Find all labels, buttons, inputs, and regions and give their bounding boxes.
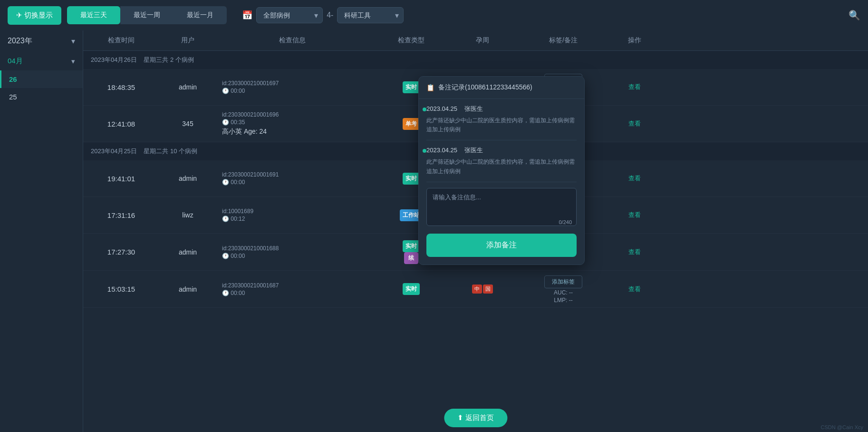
- toggle-display-button[interactable]: ✈ 切换显示: [8, 6, 61, 25]
- case-type-select-wrapper: 全部病例 实时 单考 工作站: [256, 7, 323, 23]
- popup-title: 📋 备注记录(10086112233445566): [419, 77, 584, 99]
- day-item-25[interactable]: 25: [0, 88, 83, 106]
- record-author: 张医生: [464, 105, 483, 112]
- info-clock: 🕐 00:35: [222, 119, 363, 126]
- popup-textarea-wrap: 0/240: [426, 188, 577, 228]
- popup-title-text: 备注记录(10086112233445566): [438, 83, 532, 92]
- search-icon[interactable]: 🔍: [849, 10, 860, 21]
- popup-record: 2023.04.25 张医生 此产筛还缺少中山二院的医生质控内容，需追加上传病例…: [426, 99, 577, 140]
- filter-group: 📅 全部病例 实时 单考 工作站 4- 科研工具 临床工具: [242, 7, 404, 23]
- view-button[interactable]: 查看: [628, 211, 641, 219]
- info-id: id:2303000210001687: [222, 282, 363, 289]
- day-label: 26: [9, 75, 17, 83]
- th-action: 操作: [616, 36, 654, 45]
- table-header: 检查时间 用户 检查信息 检查类型 孕周 标签/备注 操作: [83, 30, 868, 51]
- cell-action: 查看: [616, 79, 654, 95]
- view-button[interactable]: 查看: [628, 83, 641, 91]
- view-button[interactable]: 查看: [628, 285, 641, 294]
- type-badge: 实时: [403, 173, 420, 185]
- record-body: 此产筛还缺少中山二院的医生质控内容，需追加上传病例需追加上传病例: [426, 157, 577, 176]
- back-to-top-button[interactable]: ⬆ 返回首页: [444, 409, 507, 427]
- week-label: 星期三共 2 个病例: [144, 56, 193, 63]
- add-tag-button[interactable]: 添加标签: [544, 275, 582, 288]
- info-id: id:2303000210001688: [222, 245, 363, 252]
- case-type-select[interactable]: 全部病例 实时 单考 工作站: [256, 7, 323, 23]
- calendar-icon: 📅: [242, 10, 252, 20]
- record-date: 2023.04.25: [426, 105, 457, 112]
- day-label: 25: [9, 93, 17, 101]
- type-badge-realtime: 实时: [403, 240, 420, 252]
- month-selector[interactable]: 04月 ▾: [0, 52, 83, 70]
- tab-3days[interactable]: 最近三天: [67, 6, 120, 24]
- week-label: 星期二共 10 个病例: [144, 147, 197, 155]
- cell-user: admin: [159, 282, 216, 297]
- month-chevron-icon: ▾: [71, 57, 75, 66]
- lmp-info: LMP: --: [517, 297, 610, 304]
- cell-info: id:10001689 🕐 00:12: [216, 204, 368, 226]
- year-selector[interactable]: 2023年 ▾: [0, 30, 83, 52]
- day-item-26[interactable]: 26: [0, 70, 83, 88]
- tool-select-wrapper: 科研工具 临床工具: [337, 7, 404, 23]
- note-textarea[interactable]: [426, 188, 577, 226]
- popup-record: 2023.04.25 张医生 此产筛还缺少中山二院的医生质控内容，需追加上传病例…: [426, 140, 577, 182]
- cell-time: 17:31:16: [83, 207, 159, 223]
- cell-info: id:2303000210001696 🕐 00:35 高小英 Age: 24: [216, 108, 368, 140]
- th-tag: 标签/备注: [511, 36, 616, 45]
- view-button[interactable]: 查看: [628, 119, 641, 128]
- popup-add-note-button[interactable]: 添加备注: [426, 234, 577, 257]
- cell-info: id:2303000210001691 🕐 00:00: [216, 167, 368, 189]
- auc-info: AUC: --: [517, 289, 610, 296]
- month-label: 04月: [8, 57, 23, 66]
- date-section-apr26: 2023年04月26日 星期三共 2 个病例: [83, 51, 868, 69]
- cell-action: 查看: [616, 244, 654, 260]
- cell-action: 查看: [616, 116, 654, 132]
- tool-select[interactable]: 科研工具 临床工具: [337, 7, 404, 23]
- info-name: 高小英 Age: 24: [222, 128, 363, 136]
- cn-badge: 国: [483, 285, 493, 294]
- time-tab-group: 最近三天 最近一周 最近一月: [67, 6, 227, 24]
- separator: 4-: [327, 11, 333, 20]
- view-button[interactable]: 查看: [628, 174, 641, 183]
- watermark: CSDN @Cain Xcy: [821, 424, 863, 430]
- cell-user: 345: [159, 116, 216, 131]
- cell-time: 18:48:35: [83, 79, 159, 95]
- info-id: id:2303000210001696: [222, 111, 363, 118]
- cell-info: id:2303000210001697 🕐 00:00: [216, 76, 368, 98]
- tab-1month[interactable]: 最近一月: [174, 6, 227, 24]
- cell-time: 12:41:08: [83, 116, 159, 132]
- zh-cn-badge: 中 国: [472, 285, 493, 294]
- info-clock: 🕐 00:00: [222, 253, 363, 259]
- cell-action: 查看: [616, 170, 654, 187]
- type-badge: 单考: [403, 118, 420, 130]
- tab-1week[interactable]: 最近一周: [120, 6, 174, 24]
- cell-action: 查看: [616, 207, 654, 223]
- date-label: 2023年04月25日: [91, 147, 137, 155]
- char-count: 0/240: [559, 219, 572, 225]
- cell-info: id:2303000210001688 🕐 00:00: [216, 241, 368, 263]
- record-header: 2023.04.25 张医生: [426, 105, 577, 113]
- note-popup: 📋 备注记录(10086112233445566) 2023.04.25 张医生…: [418, 76, 585, 265]
- type-badge-continue: 续: [404, 252, 418, 264]
- cell-tag: 添加标签 AUC: -- LMP: --: [511, 271, 616, 307]
- info-clock: 🕐 00:12: [222, 216, 363, 222]
- sidebar: 2023年 ▾ 04月 ▾ 26 25: [0, 30, 83, 432]
- cell-week: 中 国: [454, 281, 511, 297]
- note-icon: 📋: [426, 84, 434, 91]
- cell-time: 17:27:30: [83, 244, 159, 260]
- info-clock: 🕐 00:00: [222, 88, 363, 94]
- cell-time: 19:41:01: [83, 171, 159, 187]
- table-row: 15:03:15 admin id:2303000210001687 🕐 00:…: [83, 271, 868, 308]
- date-label: 2023年04月26日: [91, 56, 137, 63]
- th-type: 检查类型: [368, 36, 454, 45]
- info-clock: 🕐 00:00: [222, 290, 363, 296]
- popup-records: 2023.04.25 张医生 此产筛还缺少中山二院的医生质控内容，需追加上传病例…: [419, 99, 584, 182]
- cell-time: 15:03:15: [83, 281, 159, 297]
- record-header: 2023.04.25 张医生: [426, 146, 577, 155]
- record-date: 2023.04.25: [426, 147, 457, 154]
- cell-action: 查看: [616, 281, 654, 297]
- info-id: id:2303000210001697: [222, 80, 363, 87]
- type-badge: 实时: [403, 283, 420, 295]
- view-button[interactable]: 查看: [628, 248, 641, 256]
- info-id: id:2303000210001691: [222, 171, 363, 178]
- cell-info: id:2303000210001687 🕐 00:00: [216, 278, 368, 300]
